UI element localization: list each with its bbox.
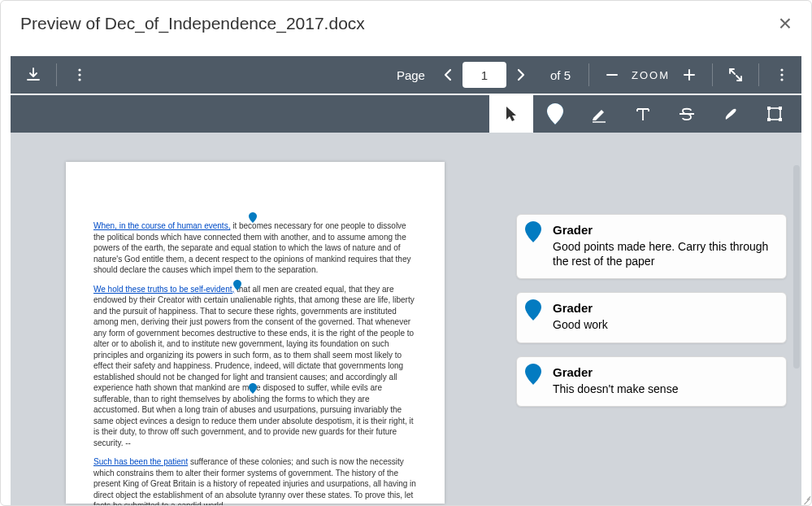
zoom-in-button[interactable] xyxy=(675,60,704,89)
point-annotation-tool[interactable] xyxy=(533,95,577,133)
svg-rect-9 xyxy=(779,107,782,110)
svg-point-3 xyxy=(780,68,783,71)
zoom-label: ZOOM xyxy=(632,69,670,81)
doc-link[interactable]: Such has been the patient xyxy=(93,457,188,466)
comment-author: Grader xyxy=(553,223,775,237)
close-button[interactable]: × xyxy=(779,12,792,35)
paragraph: We hold these truths to be self-evident,… xyxy=(93,284,417,449)
pointer-tool[interactable] xyxy=(489,95,533,133)
paragraph: Such has been the patient sufferance of … xyxy=(93,456,417,506)
comment-body: Good work xyxy=(553,318,775,333)
svg-rect-8 xyxy=(767,107,771,110)
scrollbar-thumb[interactable] xyxy=(793,165,800,369)
area-annotation-tool[interactable] xyxy=(753,95,797,133)
modal-header: Preview of Dec_of_Independence_2017.docx… xyxy=(1,1,811,46)
next-page-button[interactable] xyxy=(506,60,536,89)
toolbar-kebab-2[interactable] xyxy=(767,60,797,89)
svg-rect-7 xyxy=(769,108,780,120)
divider xyxy=(588,63,589,86)
viewer: Page of 5 ZOOM xyxy=(11,56,801,506)
svg-point-1 xyxy=(78,73,80,76)
svg-point-0 xyxy=(78,68,80,71)
comment-author: Grader xyxy=(553,301,775,315)
annotation-marker[interactable] xyxy=(249,212,257,223)
svg-point-2 xyxy=(78,78,80,81)
highlight-tool[interactable] xyxy=(577,95,621,133)
divider xyxy=(758,63,759,86)
document-page[interactable]: When, in the course of human events, it … xyxy=(66,162,445,504)
document-canvas[interactable]: When, in the course of human events, it … xyxy=(11,133,801,506)
page-label: Page xyxy=(397,68,425,82)
svg-rect-11 xyxy=(779,118,782,121)
svg-rect-10 xyxy=(767,118,771,121)
divider xyxy=(56,63,57,86)
comment-author: Grader xyxy=(553,365,775,379)
prev-page-button[interactable] xyxy=(433,60,462,89)
doc-text: that all men are created equal, that the… xyxy=(93,285,415,447)
page-number-input[interactable] xyxy=(462,62,506,88)
comment-card[interactable]: Grader Good points made here. Carry this… xyxy=(516,214,787,279)
annotation-toolbar xyxy=(11,95,801,133)
pin-icon xyxy=(525,364,543,386)
strikethrough-tool[interactable] xyxy=(665,95,709,133)
page-count-label: of 5 xyxy=(550,68,571,82)
divider xyxy=(712,63,713,86)
doc-link[interactable]: We hold these truths to be self-evident, xyxy=(93,285,234,294)
svg-point-4 xyxy=(780,73,783,76)
fullscreen-button[interactable] xyxy=(721,60,750,89)
toolbar-kebab-1[interactable] xyxy=(65,60,94,89)
comment-card[interactable]: Grader This doesn't make sense xyxy=(516,356,787,408)
comment-body: This doesn't make sense xyxy=(553,382,775,397)
pin-icon xyxy=(525,221,543,244)
download-button[interactable] xyxy=(19,60,48,89)
toolbar-main: Page of 5 ZOOM xyxy=(11,56,801,94)
annotation-marker[interactable] xyxy=(233,280,241,290)
comments-panel: Grader Good points made here. Carry this… xyxy=(516,214,787,407)
svg-point-5 xyxy=(780,78,783,81)
comment-body: Good points made here. Carry this throug… xyxy=(553,240,775,268)
svg-marker-6 xyxy=(506,107,516,121)
zoom-out-button[interactable] xyxy=(597,60,627,89)
doc-link[interactable]: When, in the course of human events, xyxy=(93,221,230,230)
annotation-marker[interactable] xyxy=(249,383,257,394)
text-tool[interactable] xyxy=(621,95,665,133)
pin-icon xyxy=(525,299,543,322)
freedraw-tool[interactable] xyxy=(709,95,753,133)
resize-handle[interactable] xyxy=(799,493,810,504)
comment-card[interactable]: Grader Good work xyxy=(516,292,787,343)
modal-title: Preview of Dec_of_Independence_2017.docx xyxy=(20,14,365,33)
paragraph: When, in the course of human events, it … xyxy=(93,220,417,276)
